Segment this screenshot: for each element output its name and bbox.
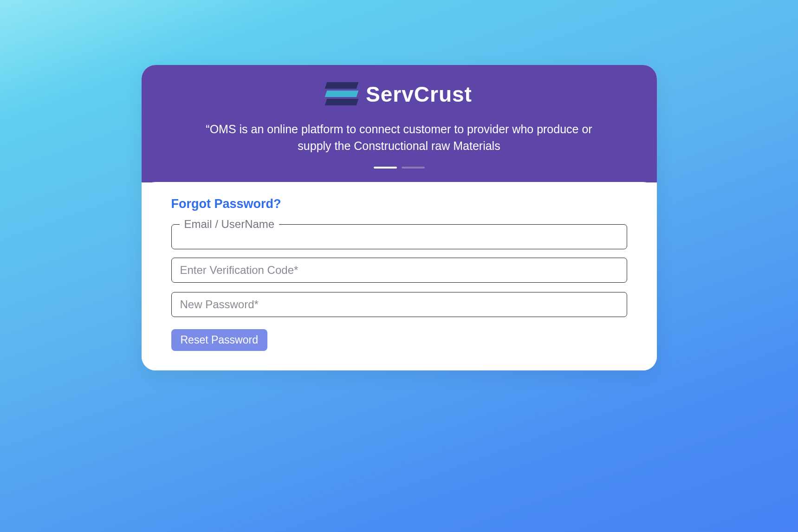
brand: ServCrust — [160, 82, 638, 107]
new-password-input[interactable] — [171, 292, 627, 317]
auth-card: ServCrust “OMS is an online platform to … — [142, 65, 657, 370]
email-field-wrap: Email / UserName — [171, 224, 627, 249]
card-body: Forgot Password? Email / UserName Reset … — [142, 182, 657, 370]
code-field-wrap — [171, 258, 627, 283]
carousel-dots — [160, 167, 638, 169]
form-title: Forgot Password? — [171, 197, 627, 211]
email-label: Email / UserName — [180, 218, 279, 231]
verification-code-input[interactable] — [171, 258, 627, 283]
brand-logo-icon — [326, 82, 357, 106]
card-header: ServCrust “OMS is an online platform to … — [142, 65, 657, 182]
reset-password-button[interactable]: Reset Password — [171, 329, 267, 351]
password-field-wrap — [171, 292, 627, 317]
brand-tagline: “OMS is an online platform to connect cu… — [195, 121, 603, 155]
carousel-dot-2[interactable] — [402, 167, 425, 169]
brand-name: ServCrust — [366, 82, 472, 107]
carousel-dot-1[interactable] — [374, 167, 397, 169]
